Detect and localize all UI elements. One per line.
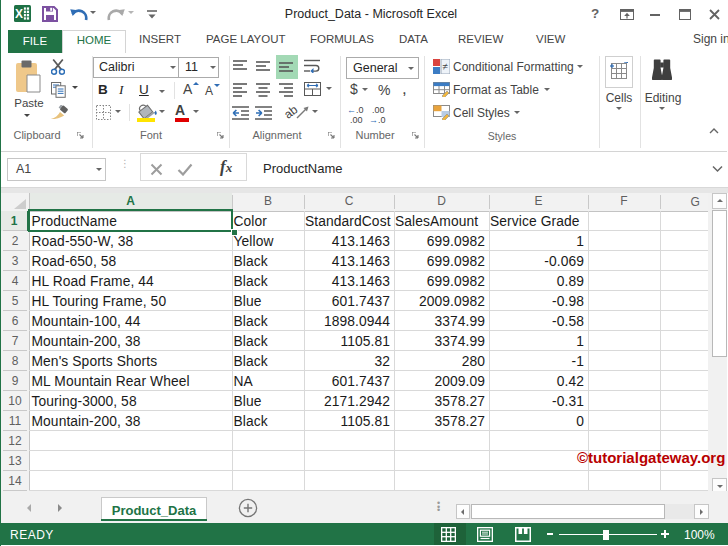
svg-text:≠: ≠ <box>443 61 449 72</box>
